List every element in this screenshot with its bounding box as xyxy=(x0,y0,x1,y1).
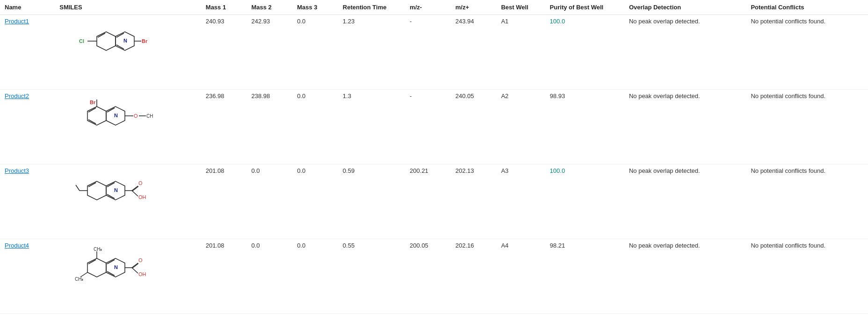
cell-mass3-4: 0.0 xyxy=(292,239,338,314)
col-header-rt: Retention Time xyxy=(338,0,405,15)
cell-mass1-2: 236.98 xyxy=(201,90,247,164)
cell-mass3-3: 0.0 xyxy=(292,164,338,239)
molecule-4-svg: N CH₃ CH₃ O OH xyxy=(59,242,153,303)
col-header-mzm: m/z- xyxy=(405,0,451,15)
svg-line-48 xyxy=(132,263,138,268)
product1-link[interactable]: Product1 xyxy=(5,18,29,25)
cell-rt-1: 1.23 xyxy=(338,15,405,90)
svg-text:Br: Br xyxy=(90,100,96,105)
cell-mzp-2: 240.05 xyxy=(451,90,497,164)
cell-bestwell-3: A3 xyxy=(496,164,545,239)
cell-name-3: Product3 xyxy=(0,164,55,239)
col-header-name: Name xyxy=(0,0,55,15)
svg-text:N: N xyxy=(123,38,127,43)
cell-mass3-2: 0.0 xyxy=(292,90,338,164)
cell-mzp-4: 202.16 xyxy=(451,239,497,314)
cell-mass1-1: 240.93 xyxy=(201,15,247,90)
molecule-1-svg: N Cl Br xyxy=(59,18,153,78)
cell-bestwell-2: A2 xyxy=(496,90,545,164)
svg-text:N: N xyxy=(114,264,118,270)
cell-bestwell-1: A1 xyxy=(496,15,545,90)
svg-text:O: O xyxy=(134,113,138,119)
svg-line-31 xyxy=(132,186,138,191)
cell-rt-4: 0.55 xyxy=(338,239,405,314)
svg-text:OH: OH xyxy=(138,194,146,200)
cell-overlap-4: No peak overlap detected. xyxy=(624,239,746,314)
svg-text:O: O xyxy=(138,257,143,263)
col-header-mass1: Mass 1 xyxy=(201,0,247,15)
svg-line-50 xyxy=(132,268,138,273)
svg-text:Cl: Cl xyxy=(79,38,84,44)
cell-conflicts-1: No potential conflicts found. xyxy=(746,15,868,90)
col-header-conflicts: Potential Conflicts xyxy=(746,0,868,15)
cell-name-4: Product4 xyxy=(0,239,55,314)
cell-smiles-1: N Cl Br xyxy=(55,15,201,90)
svg-marker-36 xyxy=(87,258,106,277)
svg-line-34 xyxy=(132,191,138,196)
cell-smiles-4: N CH₃ CH₃ O OH xyxy=(55,239,201,314)
cell-bestwell-4: A4 xyxy=(496,239,545,314)
molecule-3-svg: N O OH xyxy=(59,167,153,228)
product2-link[interactable]: Product2 xyxy=(5,92,29,100)
cell-mzp-1: 243.94 xyxy=(451,15,497,90)
cell-conflicts-2: No potential conflicts found. xyxy=(746,90,868,164)
col-header-overlap: Overlap Detection xyxy=(624,0,746,15)
col-header-mass3: Mass 3 xyxy=(292,0,338,15)
svg-text:Br: Br xyxy=(142,38,148,44)
cell-mass2-3: 0.0 xyxy=(246,164,292,239)
cell-smiles-3: N O OH xyxy=(55,164,201,239)
cell-purity-1: 100.0 xyxy=(545,15,624,90)
svg-text:OH: OH xyxy=(138,271,146,277)
cell-overlap-1: No peak overlap detected. xyxy=(624,15,746,90)
cell-mzm-1: - xyxy=(405,15,451,90)
cell-mzm-4: 200.05 xyxy=(405,239,451,314)
cell-mzm-3: 200.21 xyxy=(405,164,451,239)
cell-overlap-3: No peak overlap detected. xyxy=(624,164,746,239)
cell-smiles-2: N Br O CH₃ xyxy=(55,90,201,164)
cell-mass2-1: 242.93 xyxy=(246,15,292,90)
table-row: Product2 N xyxy=(0,90,868,164)
molecule-2-svg: N Br O CH₃ xyxy=(59,92,153,153)
svg-text:CH₃: CH₃ xyxy=(146,114,153,119)
cell-name-2: Product2 xyxy=(0,90,55,164)
cell-conflicts-4: No potential conflicts found. xyxy=(746,239,868,314)
cell-rt-3: 0.59 xyxy=(338,164,405,239)
svg-text:O: O xyxy=(138,180,143,186)
cell-conflicts-3: No potential conflicts found. xyxy=(746,164,868,239)
cell-mass1-3: 201.08 xyxy=(201,164,247,239)
svg-marker-10 xyxy=(87,107,106,125)
cell-mass3-1: 0.0 xyxy=(292,15,338,90)
svg-line-32 xyxy=(132,186,138,191)
col-header-purity: Purity of Best Well xyxy=(545,0,624,15)
svg-line-29 xyxy=(76,185,80,191)
svg-text:N: N xyxy=(114,113,118,118)
col-header-mzp: m/z+ xyxy=(451,0,497,15)
table-row: Product3 N xyxy=(0,164,868,239)
cell-purity-4: 98.21 xyxy=(545,239,624,314)
cell-mass2-2: 238.98 xyxy=(246,90,292,164)
table-row: Product4 N xyxy=(0,239,868,314)
col-header-mass2: Mass 2 xyxy=(246,0,292,15)
svg-line-47 xyxy=(132,263,138,268)
cell-mzm-2: - xyxy=(405,90,451,164)
cell-overlap-2: No peak overlap detected. xyxy=(624,90,746,164)
svg-text:CH₃: CH₃ xyxy=(75,277,83,282)
product4-link[interactable]: Product4 xyxy=(5,242,29,249)
product3-link[interactable]: Product3 xyxy=(5,167,29,174)
col-header-bestwell: Best Well xyxy=(496,0,545,15)
col-header-smiles: SMILES xyxy=(55,0,201,15)
cell-mzp-3: 202.13 xyxy=(451,164,497,239)
cell-rt-2: 1.3 xyxy=(338,90,405,164)
svg-text:CH₃: CH₃ xyxy=(94,247,102,252)
cell-mass1-4: 201.08 xyxy=(201,239,247,314)
cell-purity-2: 98.93 xyxy=(545,90,624,164)
table-row: Product1 N xyxy=(0,15,868,90)
cell-purity-3: 100.0 xyxy=(545,164,624,239)
svg-marker-22 xyxy=(87,181,106,200)
svg-marker-0 xyxy=(97,32,116,50)
cell-name-1: Product1 xyxy=(0,15,55,90)
svg-text:N: N xyxy=(114,187,118,193)
cell-mass2-4: 0.0 xyxy=(246,239,292,314)
